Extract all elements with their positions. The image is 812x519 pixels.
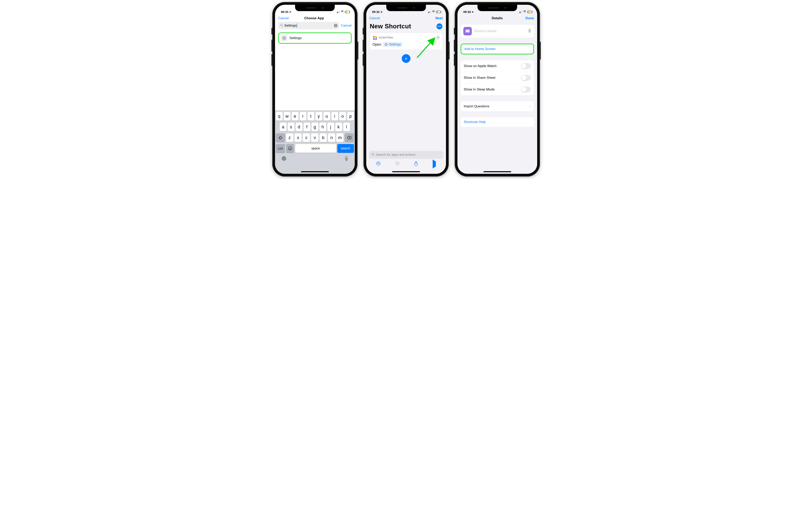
key-f[interactable]: f bbox=[303, 122, 310, 131]
cancel-button[interactable]: Cancel bbox=[370, 16, 380, 20]
settings-app-icon bbox=[281, 35, 287, 41]
run-button[interactable] bbox=[433, 162, 436, 167]
next-button[interactable]: Next bbox=[435, 16, 443, 20]
key-z[interactable]: z bbox=[286, 133, 293, 142]
key-r[interactable]: r bbox=[300, 112, 307, 120]
search-key[interactable]: search bbox=[337, 144, 354, 153]
key-o[interactable]: o bbox=[339, 112, 346, 120]
battery-icon bbox=[345, 11, 350, 13]
shortcut-name-input[interactable]: Shortcut Name bbox=[474, 29, 526, 33]
home-indicator[interactable] bbox=[392, 171, 420, 172]
phone-frame-3: 09:32 ➤ Details Done Shortcut Name bbox=[455, 2, 540, 176]
numbers-key[interactable]: 123 bbox=[276, 144, 285, 153]
search-input[interactable]: Settings ✕ bbox=[278, 22, 339, 29]
key-s[interactable]: s bbox=[288, 122, 294, 131]
key-v[interactable]: v bbox=[311, 133, 318, 142]
show-in-sleep-row: Show in Sleep Mode bbox=[461, 84, 534, 95]
share-button[interactable] bbox=[414, 161, 418, 167]
navbar: Cancel Choose App bbox=[275, 14, 355, 22]
search-icon bbox=[280, 24, 283, 28]
key-x[interactable]: x bbox=[294, 133, 301, 142]
shortcuts-help-button[interactable]: Shortcuts Help bbox=[461, 117, 534, 127]
key-i[interactable]: i bbox=[331, 112, 338, 120]
keyboard-row-2: asdfghjkl bbox=[276, 122, 354, 131]
scripting-icon bbox=[373, 35, 377, 40]
shortcut-icon-button[interactable] bbox=[463, 27, 472, 35]
wifi-icon bbox=[432, 10, 435, 13]
more-options-button[interactable]: ••• bbox=[436, 23, 442, 29]
import-questions-button[interactable]: Import Questions › bbox=[461, 101, 534, 111]
shortcut-glyph-icon bbox=[466, 29, 469, 33]
key-c[interactable]: c bbox=[303, 133, 310, 142]
remove-action-icon[interactable]: ✕ bbox=[436, 35, 440, 39]
keyboard[interactable]: qwertyuiop asdfghjkl zxcvbnm 123 space s… bbox=[275, 110, 355, 174]
add-to-home-screen-button[interactable]: Add to Home Screen bbox=[461, 44, 533, 54]
key-l[interactable]: l bbox=[343, 122, 350, 131]
key-j[interactable]: j bbox=[327, 122, 334, 131]
svg-point-0 bbox=[280, 24, 282, 26]
status-time: 09:31 bbox=[281, 10, 289, 13]
key-d[interactable]: d bbox=[296, 122, 302, 131]
key-t[interactable]: t bbox=[308, 112, 314, 120]
action-verb: Open bbox=[373, 43, 381, 47]
backspace-key[interactable] bbox=[345, 133, 354, 142]
search-icon bbox=[371, 153, 374, 157]
cancel-button[interactable]: Cancel bbox=[278, 16, 289, 20]
key-w[interactable]: w bbox=[284, 112, 290, 120]
key-p[interactable]: p bbox=[347, 112, 354, 120]
page-title: Choose App bbox=[304, 16, 324, 20]
editor-toolbar bbox=[366, 160, 446, 168]
done-button[interactable]: Done bbox=[522, 16, 534, 20]
key-y[interactable]: y bbox=[316, 112, 322, 120]
dictate-icon[interactable] bbox=[528, 29, 531, 34]
svg-point-3 bbox=[289, 148, 290, 148]
show-on-watch-row: Show on Apple Watch bbox=[461, 60, 534, 72]
share-toggle[interactable] bbox=[521, 75, 531, 81]
status-time: 09:32 bbox=[463, 10, 471, 13]
key-e[interactable]: e bbox=[292, 112, 298, 120]
page-title: Details bbox=[492, 16, 503, 20]
undo-button[interactable] bbox=[376, 161, 380, 167]
action-search-placeholder: Search for apps and actions bbox=[376, 153, 415, 157]
text-caret bbox=[297, 24, 297, 28]
action-card-open-app[interactable]: SCRIPTING ✕ Open Settings bbox=[370, 33, 442, 50]
battery-icon bbox=[527, 11, 532, 13]
key-k[interactable]: k bbox=[335, 122, 342, 131]
watch-toggle[interactable] bbox=[521, 63, 531, 69]
space-key[interactable]: space bbox=[295, 144, 336, 153]
key-u[interactable]: u bbox=[323, 112, 330, 120]
key-b[interactable]: b bbox=[320, 133, 327, 142]
wifi-icon bbox=[341, 10, 344, 13]
key-h[interactable]: h bbox=[319, 122, 326, 131]
page-title: New Shortcut bbox=[370, 23, 411, 30]
action-param-pill[interactable]: Settings bbox=[383, 42, 403, 47]
sleep-toggle[interactable] bbox=[521, 86, 531, 92]
svg-rect-15 bbox=[529, 29, 530, 31]
shortcut-name-card: Shortcut Name bbox=[461, 25, 534, 38]
add-action-button[interactable]: + bbox=[402, 54, 410, 63]
status-time: 09:31 bbox=[372, 10, 380, 13]
shift-key[interactable] bbox=[276, 133, 285, 142]
home-indicator[interactable] bbox=[484, 171, 511, 172]
search-cancel-button[interactable]: Cancel bbox=[341, 24, 352, 28]
emoji-key[interactable] bbox=[286, 144, 294, 153]
app-result-label: Settings bbox=[290, 36, 301, 40]
dictate-key[interactable] bbox=[344, 156, 348, 162]
key-m[interactable]: m bbox=[336, 133, 343, 142]
key-a[interactable]: a bbox=[280, 122, 287, 131]
clear-search-icon[interactable]: ✕ bbox=[334, 24, 338, 27]
app-result-settings[interactable]: Settings bbox=[278, 32, 352, 44]
screen-new-shortcut: 09:31 ➤ Cancel Next New Shortcut ••• bbox=[366, 5, 446, 174]
home-indicator[interactable] bbox=[301, 171, 329, 172]
globe-key[interactable] bbox=[281, 156, 287, 162]
cell-signal-icon bbox=[519, 11, 522, 13]
add-to-home-card: Add to Home Screen bbox=[461, 44, 534, 54]
key-g[interactable]: g bbox=[312, 122, 318, 131]
key-q[interactable]: q bbox=[276, 112, 283, 120]
key-n[interactable]: n bbox=[328, 133, 335, 142]
redo-button[interactable] bbox=[395, 161, 400, 167]
phone-frame-1: 09:31 ➤ Cancel Choose App Settings bbox=[272, 2, 357, 176]
import-questions-card: Import Questions › bbox=[461, 101, 534, 111]
action-search-input[interactable]: Search for apps and actions bbox=[369, 151, 443, 159]
navbar: Cancel Next bbox=[366, 14, 446, 22]
